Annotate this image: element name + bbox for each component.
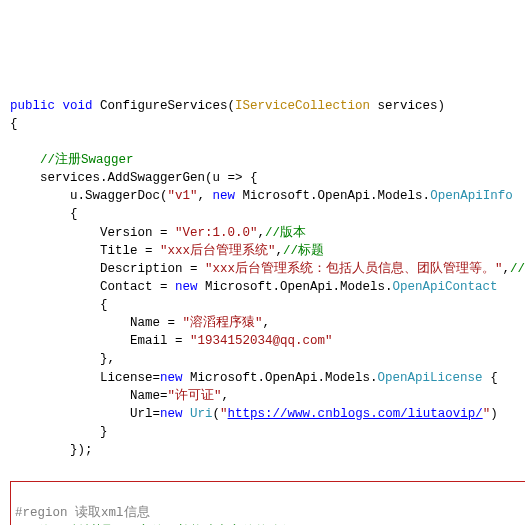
comment-register: //注册Swagger: [10, 153, 134, 167]
keyword-new: new: [213, 189, 236, 203]
line-18: Url=new Uri("https://www.cnblogs.com/liu…: [10, 407, 498, 421]
line-6: u.SwaggerDoc("v1", new Microsoft.OpenApi…: [10, 189, 513, 203]
line-17: Name="许可证",: [10, 389, 229, 403]
comment-description: //描述: [510, 262, 525, 276]
keyword-new: new: [160, 371, 183, 385]
code-block: public void ConfigureServices(IServiceCo…: [10, 79, 515, 526]
comment-title: //标题: [283, 244, 324, 258]
interface-iservicecollection: IServiceCollection: [235, 99, 370, 113]
string-version: "Ver:1.0.0": [175, 226, 258, 240]
keyword-public: public: [10, 99, 55, 113]
region-box: #region 读取xml信息 // 使用反射获取xml文件，并构造出文件的路径…: [10, 481, 525, 525]
line-13: Name = "溶滔程序猿",: [10, 316, 270, 330]
line-5: services.AddSwaggerGen(u => {: [10, 171, 258, 185]
url-link[interactable]: https://www.cnblogs.com/liutaovip/: [228, 407, 483, 421]
param: services): [370, 99, 445, 113]
line-14: Email = "1934152034@qq.com": [10, 334, 333, 348]
string-contact-name: "溶滔程序猿": [183, 316, 263, 330]
line-10: Description = "xxx后台管理系统：包括人员信息、团队管理等。",…: [10, 262, 525, 276]
line-2: {: [10, 117, 18, 131]
region-start: #region 读取xml信息: [15, 506, 150, 520]
string-v1: "v1": [168, 189, 198, 203]
keyword-new: new: [160, 407, 183, 421]
line-12: {: [10, 298, 108, 312]
string-title: "xxx后台管理系统": [160, 244, 276, 258]
line-9: Title = "xxx后台管理系统",//标题: [10, 244, 324, 258]
line-20: });: [10, 443, 93, 457]
line-7: {: [10, 207, 78, 221]
line-1: public void ConfigureServices(IServiceCo…: [10, 99, 445, 113]
keyword-new: new: [175, 280, 198, 294]
string-license-name: "许可证": [168, 389, 222, 403]
string-email: "1934152034@qq.com": [190, 334, 333, 348]
type-openapiinfo: OpenApiInfo: [430, 189, 513, 203]
comment-version: //版本: [265, 226, 306, 240]
line-15: },: [10, 352, 115, 366]
line-19: }: [10, 425, 108, 439]
method-name: ConfigureServices(: [93, 99, 236, 113]
type-openapilicense: OpenApiLicense: [378, 371, 483, 385]
keyword-void: void: [63, 99, 93, 113]
type-openapicontact: OpenApiContact: [393, 280, 498, 294]
line-8: Version = "Ver:1.0.0",//版本: [10, 226, 306, 240]
line-11: Contact = new Microsoft.OpenApi.Models.O…: [10, 280, 498, 294]
type-uri: Uri: [190, 407, 213, 421]
line-16: License=new Microsoft.OpenApi.Models.Ope…: [10, 371, 498, 385]
string-description: "xxx后台管理系统：包括人员信息、团队管理等。": [205, 262, 503, 276]
